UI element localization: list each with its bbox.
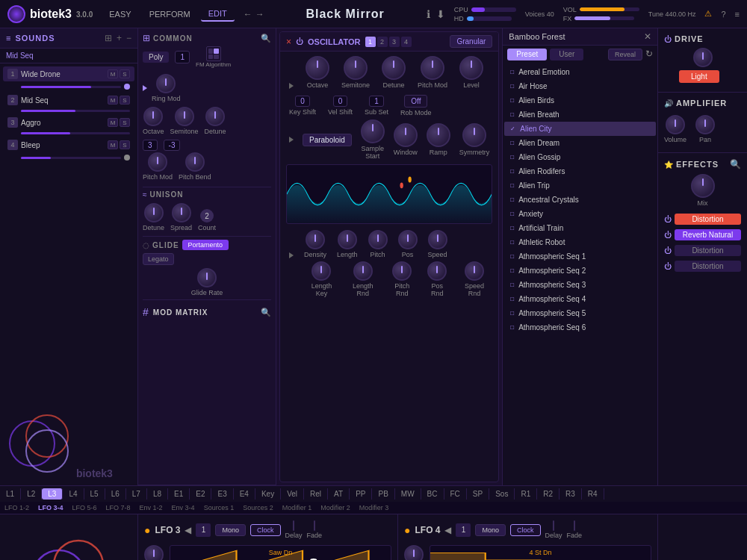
tab-fc[interactable]: FC	[444, 488, 467, 500]
tab-l2[interactable]: L2	[21, 488, 42, 500]
osc-octave-knob[interactable]	[306, 56, 329, 80]
ring-mod-knob[interactable]	[156, 74, 176, 93]
tab-label-mod2[interactable]: Modifier 2	[316, 503, 355, 512]
poly-btn[interactable]: Poly	[143, 52, 169, 63]
tab-pp[interactable]: PP	[350, 488, 372, 500]
mute-btn[interactable]: M	[108, 140, 118, 149]
ring-mod-arrow[interactable]	[143, 85, 147, 91]
tab-label-lfo78[interactable]: LFO 7-8	[102, 503, 135, 512]
fm-algo-icon[interactable]	[206, 46, 221, 61]
list-item[interactable]: □Alien Rodifers	[504, 164, 656, 178]
osc-sample-start-knob[interactable]	[361, 119, 385, 143]
list-item[interactable]: □Athmospheric Seq 3	[504, 278, 656, 292]
tab-r2[interactable]: R2	[537, 488, 560, 500]
tab-label-src1[interactable]: Sources 1	[199, 503, 239, 512]
tab-e3[interactable]: E3	[211, 488, 233, 500]
tab-label-lfo56[interactable]: LFO 5-6	[68, 503, 102, 512]
lfo4-power-btn[interactable]: ●	[404, 524, 410, 536]
tab-label-mod1[interactable]: Modifier 1	[278, 503, 317, 512]
speed-knob[interactable]	[428, 230, 447, 249]
osc-detune-knob[interactable]	[382, 56, 406, 80]
list-item[interactable]: □Alien Dream	[504, 136, 656, 150]
sound-slider[interactable]	[21, 157, 121, 159]
effect-power-4[interactable]: ⏻	[664, 262, 672, 270]
osc-length-knob[interactable]	[338, 230, 357, 249]
pitch-rnd-knob[interactable]	[392, 261, 412, 281]
drive-light-btn[interactable]: Light	[679, 70, 719, 83]
nav-edit[interactable]: EDIT	[201, 7, 235, 22]
lfo3-mode-btn[interactable]: Mono	[215, 524, 246, 536]
osc-power-btn[interactable]: ⏻	[296, 37, 303, 46]
osc-ramp-knob[interactable]	[427, 123, 450, 147]
list-item[interactable]: □Athmospheric Seq 4	[504, 292, 656, 306]
list-item[interactable]: □Alien Trip	[504, 178, 656, 193]
lfo4-clock-btn[interactable]: Clock	[510, 524, 541, 536]
list-item[interactable]: 4 Bleep M S	[3, 137, 134, 152]
nav-back-icon[interactable]: ←	[244, 9, 252, 19]
list-item[interactable]: □Athmospheric Seq 1	[504, 249, 656, 264]
list-item[interactable]: □Alien Breath	[504, 108, 656, 122]
preset-refresh-btn[interactable]: ↻	[645, 49, 653, 60]
tab-l5[interactable]: L5	[84, 488, 105, 500]
lfo3-delay-slider[interactable]	[293, 520, 294, 531]
tab-l1[interactable]: L1	[0, 488, 21, 500]
question-icon[interactable]: ?	[721, 10, 725, 19]
nav-easy[interactable]: EASY	[102, 7, 138, 22]
sounds-layout-icon[interactable]: ⊞	[105, 33, 112, 43]
tab-mw[interactable]: MW	[395, 488, 421, 500]
mod-matrix-search-icon[interactable]: 🔍	[261, 308, 271, 317]
tab-label-src2[interactable]: Sources 2	[238, 503, 278, 512]
solo-btn[interactable]: S	[120, 69, 130, 78]
lfo3-rate-knob[interactable]	[144, 545, 164, 560]
pan-knob[interactable]	[695, 115, 715, 134]
unison-detune-knob[interactable]	[144, 203, 164, 223]
lfo4-mode-btn[interactable]: Mono	[475, 524, 506, 536]
tab-l8[interactable]: L8	[147, 488, 168, 500]
sounds-add-icon[interactable]: +	[117, 33, 122, 43]
list-item[interactable]: ✓Alien City	[504, 122, 656, 136]
osc-bottom-arrow[interactable]	[289, 252, 294, 258]
sound-slider[interactable]	[21, 86, 121, 88]
tab-e1[interactable]: E1	[168, 488, 190, 500]
tab-label-env34[interactable]: Env 3-4	[167, 503, 199, 512]
osc-semitone-knob[interactable]	[344, 56, 368, 80]
effect-power-2[interactable]: ⏻	[664, 231, 672, 239]
tab-e4[interactable]: E4	[234, 488, 255, 500]
osc-num-1[interactable]: 1	[365, 37, 376, 47]
drive-knob[interactable]	[693, 48, 713, 67]
sounds-minus-icon[interactable]: −	[126, 33, 131, 43]
semitone-knob[interactable]	[175, 107, 194, 126]
list-item[interactable]: □Aereal Emotion	[504, 65, 656, 79]
mute-btn[interactable]: M	[108, 118, 118, 127]
effects-mix-knob[interactable]	[691, 174, 715, 198]
preset-tab-preset[interactable]: Preset	[507, 49, 547, 60]
tab-l3[interactable]: L3	[42, 488, 63, 500]
osc-type-btn[interactable]: Granular	[450, 35, 492, 48]
list-item[interactable]: □Ancestral Crystals	[504, 193, 656, 207]
list-item[interactable]: □Alien Birds	[504, 93, 656, 108]
osc-arrow-1[interactable]	[289, 83, 294, 89]
preset-reveal-btn[interactable]: Reveal	[608, 49, 642, 60]
list-item[interactable]: □Artificial Train	[504, 221, 656, 235]
tab-r4[interactable]: R4	[582, 488, 604, 500]
pos-rnd-knob[interactable]	[427, 261, 447, 281]
volume-knob[interactable]	[666, 115, 685, 134]
tab-e2[interactable]: E2	[190, 488, 211, 500]
osc-wave-arrow[interactable]	[289, 137, 294, 143]
len-rnd-knob[interactable]	[353, 261, 373, 281]
osc-num-3[interactable]: 3	[389, 37, 400, 47]
osc-symmetry-knob[interactable]	[462, 123, 486, 147]
tab-vel[interactable]: Vel	[281, 488, 304, 500]
tab-sp[interactable]: SP	[467, 488, 489, 500]
list-item[interactable]: □Anxiety	[504, 207, 656, 221]
pitch-mod-knob[interactable]	[148, 152, 167, 172]
mute-btn[interactable]: M	[108, 69, 118, 78]
detune-knob[interactable]	[205, 107, 225, 126]
tab-label-lfo12[interactable]: LFO 1-2	[0, 503, 34, 512]
osc-level-knob[interactable]	[459, 56, 483, 80]
len-key-knob[interactable]	[311, 261, 331, 281]
lfo4-rate-knob[interactable]	[404, 545, 424, 560]
density-knob[interactable]	[306, 230, 325, 249]
lfo3-fade-slider[interactable]	[314, 520, 315, 531]
list-item[interactable]: 1 Wide Drone M S	[3, 66, 134, 81]
